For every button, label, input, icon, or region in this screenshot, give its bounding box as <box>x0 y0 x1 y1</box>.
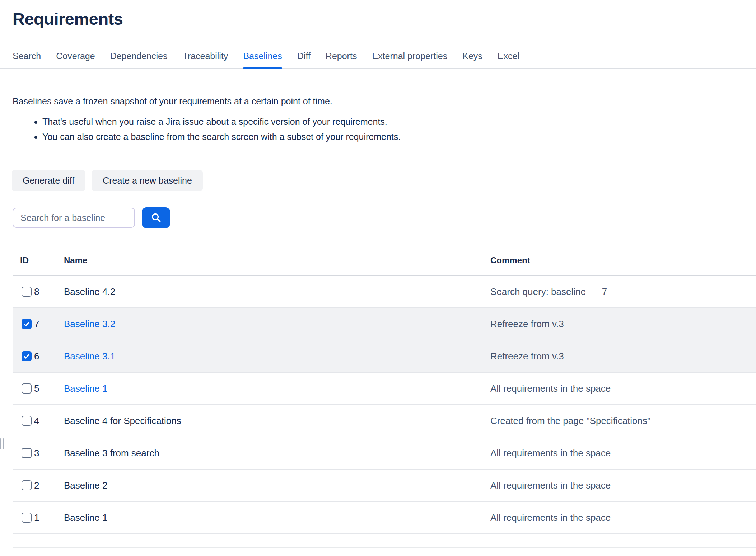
tab-search[interactable]: Search <box>13 51 41 68</box>
baseline-search-bar <box>13 207 756 228</box>
action-buttons: Generate diff Create a new baseline <box>12 170 756 191</box>
row-checkbox[interactable] <box>22 351 32 361</box>
row-id: 7 <box>34 319 39 330</box>
table-row: 8 Baseline 4.2 Search query: baseline ==… <box>13 276 756 308</box>
generate-diff-button[interactable]: Generate diff <box>12 170 85 191</box>
baseline-comment: All requirements in the space <box>490 383 756 394</box>
name-cell: Baseline 4 for Specifications <box>64 415 490 427</box>
id-cell: 8 <box>13 286 64 297</box>
column-header-name: Name <box>64 255 490 265</box>
row-checkbox[interactable] <box>22 319 32 329</box>
id-cell: 4 <box>13 415 64 427</box>
baseline-comment: Created from the page "Specifications" <box>490 415 756 427</box>
column-header-id: ID <box>13 255 64 265</box>
row-id: 1 <box>34 512 39 523</box>
table-body: 8 Baseline 4.2 Search query: baseline ==… <box>13 276 756 534</box>
name-cell: Baseline 1 <box>64 383 490 394</box>
id-cell: 5 <box>13 383 64 394</box>
tab-coverage[interactable]: Coverage <box>56 51 95 68</box>
tab-traceability[interactable]: Traceability <box>182 51 228 68</box>
table-row: 2 Baseline 2 All requirements in the spa… <box>13 470 756 502</box>
name-cell: Baseline 1 <box>64 512 490 523</box>
baseline-name[interactable]: Baseline 3.1 <box>64 351 115 362</box>
table-row: 1 Baseline 1 All requirements in the spa… <box>13 502 756 534</box>
row-checkbox[interactable] <box>22 513 32 523</box>
name-cell: Baseline 3 from search <box>64 448 490 459</box>
drag-handle-bar <box>0 438 1 449</box>
row-id: 3 <box>34 448 39 459</box>
row-id: 2 <box>34 480 39 491</box>
row-checkbox[interactable] <box>22 448 32 458</box>
baselines-table: ID Name Comment 8 Baseline 4.2 Search qu… <box>13 251 756 548</box>
baseline-name: Baseline 1 <box>64 512 107 523</box>
table-row: 7 Baseline 3.2 Refreeze from v.3 <box>13 308 756 340</box>
id-cell: 3 <box>13 448 64 459</box>
baseline-comment: Refreeze from v.3 <box>490 319 756 330</box>
name-cell: Baseline 4.2 <box>64 286 490 297</box>
checkmark-icon <box>23 353 30 360</box>
intro-text: Baselines save a frozen snapshot of your… <box>13 95 756 107</box>
tab-reports[interactable]: Reports <box>326 51 357 68</box>
baseline-comment: All requirements in the space <box>490 480 756 491</box>
baseline-name: Baseline 4 for Specifications <box>64 415 181 426</box>
column-header-comment: Comment <box>490 255 756 265</box>
create-new-baseline-button[interactable]: Create a new baseline <box>92 170 203 191</box>
table-row: 4 Baseline 4 for Specifications Created … <box>13 405 756 437</box>
row-checkbox[interactable] <box>22 480 32 490</box>
tab-diff[interactable]: Diff <box>297 51 311 68</box>
table-bottom-divider <box>13 547 756 548</box>
tab-bar: SearchCoverageDependenciesTraceabilityBa… <box>0 51 756 69</box>
row-checkbox[interactable] <box>22 416 32 426</box>
baseline-name[interactable]: Baseline 3.2 <box>64 319 115 329</box>
row-id: 5 <box>34 383 39 394</box>
tab-baselines[interactable]: Baselines <box>243 51 282 68</box>
tab-external-properties[interactable]: External properties <box>372 51 447 68</box>
tab-dependencies[interactable]: Dependencies <box>110 51 168 68</box>
checkmark-icon <box>23 320 30 328</box>
baseline-comment: All requirements in the space <box>490 512 756 523</box>
drag-handle-bar <box>3 438 4 449</box>
baseline-comment: Search query: baseline == 7 <box>490 286 756 297</box>
table-row: 3 Baseline 3 from search All requirement… <box>13 437 756 470</box>
row-checkbox[interactable] <box>22 383 32 394</box>
row-id: 4 <box>34 415 39 427</box>
baseline-search-button[interactable] <box>142 207 170 228</box>
baseline-name[interactable]: Baseline 1 <box>64 383 107 394</box>
baseline-name: Baseline 3 from search <box>64 448 159 458</box>
table-row: 5 Baseline 1 All requirements in the spa… <box>13 373 756 405</box>
tab-excel[interactable]: Excel <box>498 51 519 68</box>
table-row: 6 Baseline 3.1 Refreeze from v.3 <box>13 340 756 373</box>
requirements-page: Requirements SearchCoverageDependenciesT… <box>0 9 756 548</box>
id-cell: 1 <box>13 512 64 523</box>
baseline-comment: All requirements in the space <box>490 448 756 459</box>
table-header-row: ID Name Comment <box>13 251 756 276</box>
id-cell: 6 <box>13 351 64 362</box>
baseline-name: Baseline 2 <box>64 480 107 491</box>
id-cell: 2 <box>13 480 64 491</box>
intro-bullets: That's useful when you raise a Jira issu… <box>13 116 756 143</box>
name-cell: Baseline 2 <box>64 480 490 491</box>
row-checkbox[interactable] <box>22 287 32 297</box>
baseline-name: Baseline 4.2 <box>64 286 115 297</box>
left-edge-drag-handle[interactable] <box>0 438 4 449</box>
id-cell: 7 <box>13 319 64 330</box>
baseline-comment: Refreeze from v.3 <box>490 351 756 362</box>
row-id: 8 <box>34 286 39 297</box>
baseline-search-input[interactable] <box>13 208 135 228</box>
tab-keys[interactable]: Keys <box>462 51 482 68</box>
intro-bullet-1: That's useful when you raise a Jira issu… <box>42 116 756 128</box>
intro-bullet-2: You can also create a baseline from the … <box>42 131 756 143</box>
name-cell: Baseline 3.2 <box>64 319 490 330</box>
row-id: 6 <box>34 351 39 362</box>
name-cell: Baseline 3.1 <box>64 351 490 362</box>
page-title: Requirements <box>13 9 756 29</box>
search-icon <box>150 212 162 223</box>
